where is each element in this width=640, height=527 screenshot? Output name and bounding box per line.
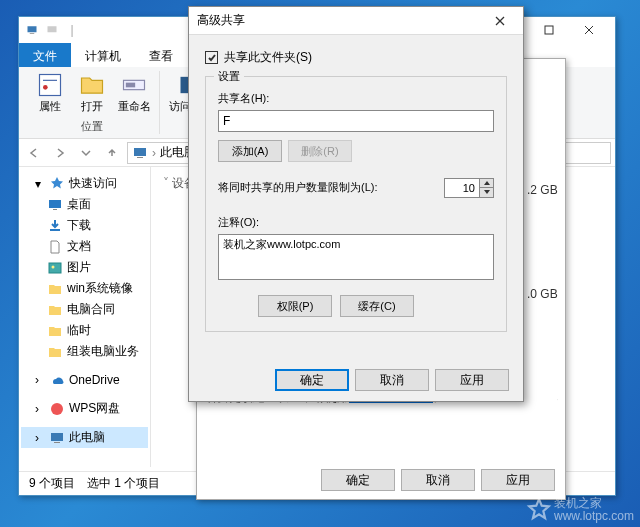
svg-rect-20 [50, 229, 60, 231]
props-ok-button[interactable]: 确定 [321, 469, 395, 491]
size-badge: .2 GB [527, 183, 558, 197]
user-limit-label: 将同时共享的用户数量限制为(L): [218, 180, 444, 195]
sidebar-item-desktop[interactable]: 桌面 [21, 194, 148, 215]
user-limit-spinner[interactable]: 10 [444, 178, 494, 198]
sidebar-item-onedrive[interactable]: ›OneDrive [21, 370, 148, 390]
svg-rect-16 [134, 148, 146, 156]
drive-size-strip: .2 GB .0 GB .0 GB [525, 179, 565, 459]
settings-group-title: 设置 [214, 69, 244, 84]
status-selected: 选中 1 个项目 [87, 475, 160, 492]
ribbon-label: 重命名 [118, 99, 151, 114]
spinner-down[interactable] [479, 188, 493, 197]
folder-icon [47, 281, 63, 297]
adv-titlebar: 高级共享 [189, 7, 523, 35]
close-button[interactable] [485, 9, 515, 33]
permissions-button[interactable]: 权限(P) [258, 295, 332, 317]
svg-rect-18 [49, 200, 61, 208]
svg-rect-17 [137, 157, 143, 158]
download-icon [47, 218, 63, 234]
tab-computer[interactable]: 计算机 [71, 43, 135, 67]
svg-point-9 [43, 85, 48, 90]
checkbox-checked-icon[interactable] [205, 51, 218, 64]
adv-cancel-button[interactable]: 取消 [355, 369, 429, 391]
add-button[interactable]: 添加(A) [218, 140, 282, 162]
adv-ok-button[interactable]: 确定 [275, 369, 349, 391]
remove-button[interactable]: 删除(R) [288, 140, 352, 162]
share-folder-checkbox-row[interactable]: 共享此文件夹(S) [205, 49, 507, 66]
spinner-up[interactable] [479, 179, 493, 189]
folder-icon [47, 302, 63, 318]
maximize-button[interactable] [529, 17, 569, 43]
sidebar-item-pictures[interactable]: 图片 [21, 257, 148, 278]
close-button[interactable] [569, 17, 609, 43]
tab-view[interactable]: 查看 [135, 43, 187, 67]
sidebar-item-temp[interactable]: 临时 [21, 320, 148, 341]
nav-back[interactable] [23, 142, 45, 164]
document-icon [47, 239, 63, 255]
star-icon [526, 497, 552, 523]
tab-file[interactable]: 文件 [19, 43, 71, 67]
wps-icon [49, 401, 65, 417]
folder-icon [47, 323, 63, 339]
ribbon-properties[interactable]: 属性 [31, 71, 69, 114]
sidebar-item-wps[interactable]: ›WPS网盘 [21, 398, 148, 419]
adv-title-text: 高级共享 [197, 12, 485, 29]
sidebar: ▾快速访问 桌面 下载 文档 图片 win系统镜像 电脑合同 临时 组装电脑业务… [19, 167, 151, 467]
settings-group: 设置 共享名(H): 添加(A) 删除(R) 将同时共享的用户数量限制为(L):… [205, 76, 507, 332]
user-limit-value[interactable]: 10 [445, 179, 479, 197]
props-apply-button[interactable]: 应用 [481, 469, 555, 491]
svg-rect-0 [28, 26, 37, 32]
share-name-label: 共享名(H): [218, 91, 494, 106]
svg-rect-19 [53, 209, 57, 210]
props-cancel-button[interactable]: 取消 [401, 469, 475, 491]
star-icon [49, 176, 65, 192]
share-name-input[interactable] [218, 110, 494, 132]
folder-icon [47, 344, 63, 360]
sidebar-item-win-images[interactable]: win系统镜像 [21, 278, 148, 299]
pc-icon [25, 23, 39, 37]
comment-label: 注释(O): [218, 215, 494, 230]
nav-up[interactable] [101, 142, 123, 164]
sidebar-item-quick-access[interactable]: ▾快速访问 [21, 173, 148, 194]
svg-rect-1 [30, 33, 35, 34]
comment-input[interactable] [218, 234, 494, 280]
svg-point-23 [51, 403, 63, 415]
status-items: 9 个项目 [29, 475, 75, 492]
size-badge: .0 GB [527, 287, 558, 301]
svg-rect-2 [48, 26, 57, 32]
sidebar-item-assembly[interactable]: 组装电脑业务 [21, 341, 148, 362]
share-folder-label: 共享此文件夹(S) [224, 49, 312, 66]
svg-rect-7 [40, 75, 61, 96]
pc-icon [49, 430, 65, 446]
svg-rect-4 [545, 26, 553, 34]
svg-rect-25 [54, 442, 60, 443]
nav-recent[interactable] [75, 142, 97, 164]
cache-button[interactable]: 缓存(C) [340, 295, 414, 317]
desktop-icon [47, 197, 63, 213]
ribbon-label: 打开 [81, 99, 103, 114]
ribbon-open[interactable]: 打开 [73, 71, 111, 114]
svg-rect-21 [49, 263, 61, 273]
ribbon-rename[interactable]: 重命名 [115, 71, 153, 114]
ribbon-group-caption: 位置 [81, 119, 103, 134]
sidebar-item-contracts[interactable]: 电脑合同 [21, 299, 148, 320]
sidebar-item-documents[interactable]: 文档 [21, 236, 148, 257]
svg-rect-24 [51, 433, 63, 441]
cloud-icon [49, 372, 65, 388]
sidebar-item-this-pc[interactable]: ›此电脑 [21, 427, 148, 448]
adv-apply-button[interactable]: 应用 [435, 369, 509, 391]
ribbon-label: 属性 [39, 99, 61, 114]
svg-point-22 [52, 265, 55, 268]
watermark: 装机之家 www.lotpc.com [526, 497, 634, 523]
svg-rect-11 [126, 83, 135, 88]
nav-forward[interactable] [49, 142, 71, 164]
qat-divider: | [65, 23, 79, 37]
dropdown-icon[interactable] [45, 23, 59, 37]
picture-icon [47, 260, 63, 276]
advanced-sharing-dialog: 高级共享 共享此文件夹(S) 设置 共享名(H): 添加(A) 删除(R) 将同… [188, 6, 524, 402]
sidebar-item-downloads[interactable]: 下载 [21, 215, 148, 236]
pc-icon [132, 145, 148, 161]
